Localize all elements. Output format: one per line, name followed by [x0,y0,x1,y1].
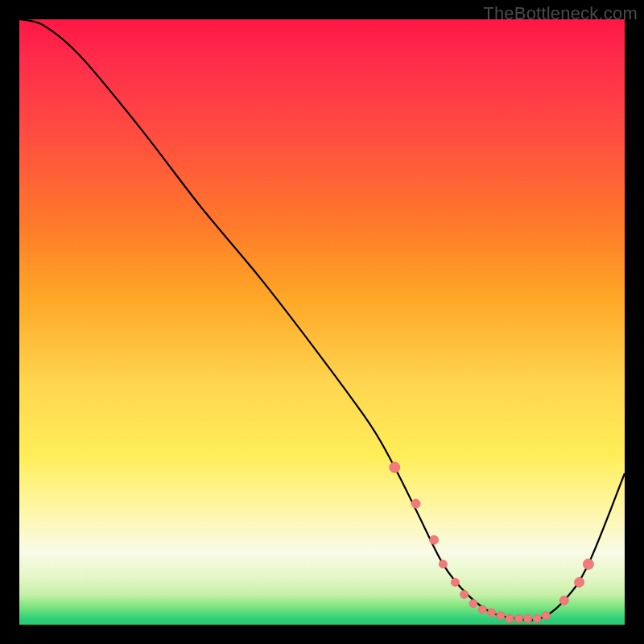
highlight-marker [514,614,522,622]
highlight-marker [430,535,439,544]
highlight-marker [583,559,593,569]
highlight-marker [506,614,514,622]
highlight-marker [559,596,568,605]
highlight-marker [497,612,505,620]
highlight-marker [542,612,550,620]
chart-svg [19,19,625,625]
highlight-marker [451,578,459,586]
highlight-marker [460,590,469,598]
highlight-marker [575,577,584,587]
highlight-marker [488,609,496,617]
highlight-marker [478,605,486,613]
highlight-marker [390,462,400,473]
highlight-marker [439,560,447,568]
highlight-marker [469,600,477,608]
highlight-marker [524,614,532,622]
highlight-marker [411,499,420,508]
highlight-markers [390,462,594,623]
bottleneck-curve [19,19,625,620]
highlight-marker [533,614,541,622]
